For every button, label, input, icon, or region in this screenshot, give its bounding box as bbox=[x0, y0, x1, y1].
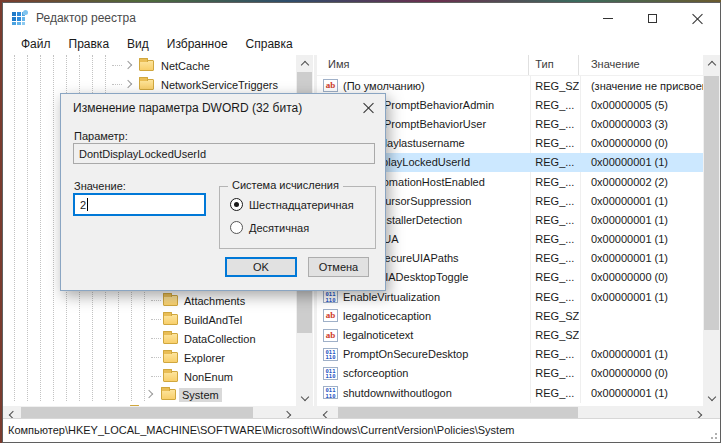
list-header: Имя Тип Значение bbox=[317, 55, 703, 76]
chevron-left-icon bbox=[323, 410, 331, 418]
reg-dword-icon bbox=[323, 348, 338, 361]
registry-value-row[interactable]: legalnoticetext REG_SZ bbox=[317, 325, 703, 344]
list-vertical-scrollbar[interactable] bbox=[703, 55, 720, 406]
scroll-up-button[interactable] bbox=[296, 55, 313, 72]
scroll-down-button[interactable] bbox=[296, 389, 313, 406]
tree-item-nonenum[interactable]: NonEnum bbox=[3, 367, 297, 386]
chevron-up-icon bbox=[300, 61, 308, 69]
chevron-right-icon[interactable] bbox=[124, 80, 132, 88]
tree-connector bbox=[151, 338, 161, 339]
reg-sz-icon bbox=[323, 79, 338, 92]
tree-connector bbox=[151, 319, 161, 320]
chevron-up-icon bbox=[707, 61, 715, 69]
minimize-icon bbox=[603, 18, 613, 19]
column-header-value[interactable]: Значение bbox=[579, 55, 703, 75]
reg-dword-icon bbox=[323, 290, 338, 303]
maximize-button[interactable] bbox=[630, 3, 675, 33]
close-icon bbox=[363, 102, 374, 113]
registry-value-row[interactable]: PromptOnSecureDesktop REG_... 0x00000001… bbox=[317, 345, 703, 364]
radio-selected-icon[interactable] bbox=[230, 198, 243, 211]
menu-edit[interactable]: Правка bbox=[60, 35, 119, 53]
registry-value-row[interactable]: legalnoticecaption REG_SZ bbox=[317, 306, 703, 325]
list-horizontal-scrollbar[interactable] bbox=[317, 406, 707, 418]
radix-groupbox: Система исчисления Шестнадцатеричная Дес… bbox=[219, 186, 376, 249]
tree-connector bbox=[112, 84, 122, 85]
tree-item-system-selected[interactable]: System bbox=[3, 386, 297, 403]
scroll-down-button[interactable] bbox=[703, 389, 720, 406]
menu-favorites[interactable]: Избранное bbox=[158, 35, 237, 53]
window-title: Редактор реестра bbox=[36, 11, 136, 25]
menu-help[interactable]: Справка bbox=[237, 35, 302, 53]
text-caret bbox=[87, 198, 88, 211]
chevron-down-icon bbox=[300, 392, 308, 400]
edit-dword-dialog: Изменение параметра DWORD (32 бита) Пара… bbox=[60, 93, 386, 291]
chevron-right-icon[interactable] bbox=[124, 61, 132, 69]
menu-view[interactable]: Вид bbox=[118, 35, 158, 53]
chevron-right-icon bbox=[282, 410, 290, 418]
tree-connector bbox=[112, 65, 122, 66]
folder-icon bbox=[161, 389, 176, 400]
close-button[interactable] bbox=[675, 3, 720, 33]
menu-file[interactable]: Файл bbox=[12, 35, 60, 53]
param-name-field[interactable]: DontDisplayLockedUserId bbox=[73, 143, 375, 164]
window-controls bbox=[585, 3, 720, 33]
tree-item-datacollection[interactable]: DataCollection bbox=[3, 329, 297, 348]
folder-icon bbox=[163, 352, 178, 363]
tree-item-netcache[interactable]: NetCache bbox=[3, 56, 297, 75]
maximize-icon bbox=[648, 14, 657, 23]
tree-horizontal-scrollbar[interactable] bbox=[3, 406, 296, 418]
folder-icon bbox=[163, 371, 178, 382]
scroll-right-button[interactable] bbox=[279, 406, 296, 418]
param-label: Параметр: bbox=[74, 130, 128, 142]
reg-sz-icon bbox=[323, 309, 338, 322]
tree-connector bbox=[151, 357, 161, 358]
folder-icon bbox=[163, 314, 178, 325]
folder-icon bbox=[139, 79, 154, 90]
registry-value-row[interactable]: scforceoption REG_... 0x00000000 (0) bbox=[317, 364, 703, 383]
registry-path: Компьютер\HKEY_LOCAL_MACHINE\SOFTWARE\Mi… bbox=[8, 424, 514, 436]
tree-item-attachments[interactable]: Attachments bbox=[3, 291, 297, 310]
scrollbar-thumb[interactable] bbox=[21, 407, 253, 418]
reg-dword-icon bbox=[323, 367, 338, 380]
dialog-close-button[interactable] bbox=[355, 98, 381, 116]
reg-dword-icon bbox=[323, 386, 338, 399]
value-input[interactable]: 2 bbox=[73, 193, 206, 216]
chevron-right-icon[interactable] bbox=[145, 390, 153, 398]
reg-sz-icon bbox=[323, 329, 338, 342]
tree-item-networkservicetriggers[interactable]: NetworkServiceTriggers bbox=[3, 75, 297, 94]
column-header-type[interactable]: Тип bbox=[529, 55, 579, 75]
tree-item-explorer[interactable]: Explorer bbox=[3, 348, 297, 367]
close-icon bbox=[692, 13, 703, 24]
radio-hexadecimal[interactable]: Шестнадцатеричная bbox=[230, 198, 354, 211]
chevron-down-icon bbox=[707, 392, 715, 400]
title-bar: Редактор реестра bbox=[3, 3, 720, 33]
chevron-left-icon bbox=[9, 410, 17, 418]
column-header-name[interactable]: Имя bbox=[317, 55, 529, 75]
resize-grip[interactable] bbox=[708, 430, 718, 440]
minimize-button[interactable] bbox=[585, 3, 630, 33]
registry-value-row[interactable]: shutdownwithoutlogon REG_... 0x00000001 … bbox=[317, 383, 703, 402]
scrollbar-corner bbox=[296, 406, 314, 418]
radix-group-label: Система исчисления bbox=[228, 179, 343, 191]
scroll-left-button[interactable] bbox=[317, 406, 334, 418]
radio-decimal[interactable]: Десятичная bbox=[230, 221, 309, 234]
scrollbar-thumb[interactable] bbox=[704, 76, 719, 330]
scrollbar-thumb[interactable] bbox=[338, 407, 578, 418]
folder-icon bbox=[163, 333, 178, 344]
menu-bar: Файл Правка Вид Избранное Справка bbox=[3, 33, 720, 55]
radio-unselected-icon[interactable] bbox=[230, 221, 243, 234]
cancel-button[interactable]: Отмена bbox=[308, 257, 369, 277]
chevron-right-icon bbox=[693, 410, 701, 418]
registry-editor-window: Редактор реестра Файл Правка Вид Избранн… bbox=[2, 2, 721, 443]
folder-icon bbox=[163, 295, 178, 306]
folder-icon bbox=[139, 60, 154, 71]
scrollbar-corner bbox=[703, 406, 720, 418]
dialog-title: Изменение параметра DWORD (32 бита) bbox=[73, 101, 302, 115]
tree-item-buildandtel[interactable]: BuildAndTel bbox=[3, 310, 297, 329]
ok-button[interactable]: OK bbox=[225, 257, 297, 277]
registry-icon-spark bbox=[23, 10, 28, 15]
tree-connector bbox=[151, 300, 161, 301]
scroll-left-button[interactable] bbox=[3, 406, 20, 418]
tree-connector bbox=[151, 376, 161, 377]
scroll-up-button[interactable] bbox=[703, 55, 720, 72]
